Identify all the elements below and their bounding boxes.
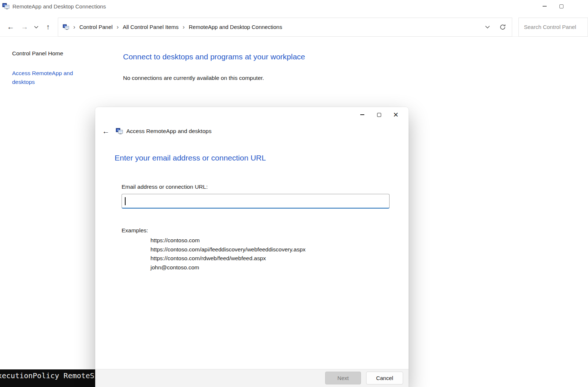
remoteapp-icon [63,24,69,30]
minimize-icon [543,6,547,6]
back-icon: ← [7,23,14,31]
breadcrumb-item-remoteapp[interactable]: RemoteApp and Desktop Connections [189,24,282,30]
search-box [518,18,588,37]
example-item: https://contoso.com/api/feeddiscovery/we… [150,245,306,254]
up-button[interactable]: ↑ [41,20,55,34]
dialog-title: Access RemoteApp and desktops [126,128,212,134]
minimize-button[interactable] [536,0,553,12]
up-icon: ↑ [46,23,50,31]
chevron-down-icon [34,26,38,29]
console-text: xecutionPolicy RemoteSigne [0,371,96,380]
page-title: Connect to desktops and programs at your… [123,52,305,61]
dialog-maximize-button[interactable] [371,107,387,122]
dialog-minimize-button[interactable] [354,107,371,122]
dialog-window-controls: × [354,107,404,122]
navigation-bar: ← → ↑ › Control Panel › All Control Pa [0,18,588,37]
email-url-label: Email address or connection URL: [122,184,208,190]
dialog-footer: Next Cancel [95,369,409,387]
nav-buttons: ← → ↑ [0,20,55,34]
back-icon: ← [102,127,109,136]
address-bar-actions [485,24,512,30]
dialog-heading: Enter your email address or connection U… [115,154,266,162]
dialog-close-button[interactable]: × [387,107,404,122]
address-bar[interactable]: › Control Panel › All Control Panel Item… [58,18,512,37]
example-item: john@contoso.com [150,263,306,272]
close-icon: × [393,110,398,119]
email-url-input[interactable] [122,194,390,209]
sidebar: Control Panel Home Access RemoteApp and … [12,49,83,97]
sidebar-item-control-panel-home[interactable]: Control Panel Home [12,49,83,58]
window-title: RemoteApp and Desktop Connections [12,3,106,10]
status-text: No connections are currently available o… [123,75,264,81]
maximize-button[interactable] [553,0,570,12]
email-url-field-wrap [122,194,390,209]
breadcrumb-separator: › [179,23,189,31]
address-dropdown-icon[interactable] [485,25,490,29]
breadcrumb-separator: › [113,23,123,31]
example-item: https://contoso.com/rdweb/feed/webfeed.a… [150,254,306,263]
sidebar-item-access-remoteapp[interactable]: Access RemoteApp and desktops [12,69,83,86]
window-titlebar: RemoteApp and Desktop Connections [0,0,588,12]
remoteapp-icon [2,3,10,10]
breadcrumb-item-all-items[interactable]: All Control Panel Items [123,24,179,30]
next-button[interactable]: Next [325,372,361,384]
dialog-back-button[interactable]: ← [100,126,112,136]
window-controls [536,0,570,12]
dialog-header: ← Access RemoteApp and desktops [100,126,212,136]
forward-icon: → [21,23,28,31]
example-item: https://contoso.com [150,236,306,245]
access-remoteapp-dialog: × ← Access RemoteApp and desktops Enter … [95,107,409,387]
recent-pages-button[interactable] [31,20,41,34]
examples-label: Examples: [122,227,148,234]
remoteapp-icon [116,128,123,134]
powershell-console-window[interactable]: xecutionPolicy RemoteSigne [0,369,96,387]
breadcrumb-separator: › [69,23,79,31]
back-button[interactable]: ← [4,20,18,34]
forward-button[interactable]: → [18,20,31,34]
minimize-icon [360,114,364,115]
maximize-icon [559,4,563,8]
examples-list: https://contoso.com https://contoso.com/… [150,236,306,272]
maximize-icon [377,113,381,117]
refresh-icon[interactable] [499,24,506,30]
search-input[interactable] [519,18,588,36]
cancel-button[interactable]: Cancel [366,372,403,384]
text-cursor [125,197,126,205]
breadcrumb-item-control-panel[interactable]: Control Panel [79,24,113,30]
